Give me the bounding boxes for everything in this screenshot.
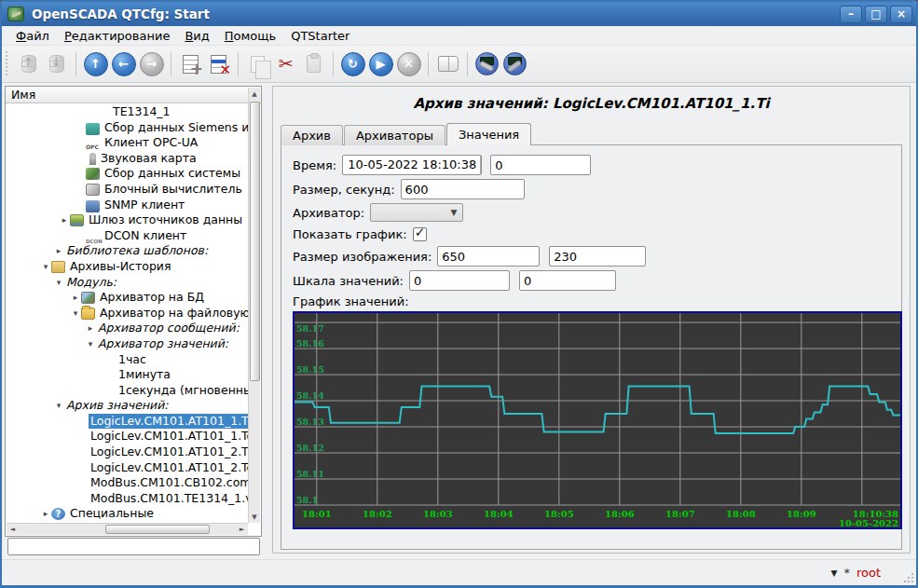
close-button[interactable]: × — [890, 6, 912, 23]
tab-panel-values: Время: 10-05-2022 18:10:38 ▼ Размер, сек… — [281, 144, 902, 550]
page-title: Архив значений: LogicLev.CM101.AT101_1.T… — [273, 95, 910, 116]
delete-item-icon[interactable]: ✕ — [206, 51, 231, 76]
tree-horizontal-scrollbar[interactable]: ◄ ► — [7, 523, 248, 535]
scale-min-input[interactable] — [409, 270, 510, 291]
tree-item[interactable]: ▸Архиватор сообщений: — [7, 321, 248, 336]
expanded-arrow-icon[interactable]: ▾ — [53, 275, 64, 291]
tab-archivers[interactable]: Архиваторы — [344, 125, 445, 145]
tree-item[interactable]: ▾Модуль: — [7, 275, 248, 291]
time-extra-input[interactable] — [490, 155, 591, 175]
size-seconds-input[interactable] — [401, 179, 525, 199]
maximize-button[interactable]: □ — [865, 6, 887, 23]
tree-item[interactable]: ▾Архив значений: — [7, 398, 248, 414]
save-to-db-icon: ↓ — [44, 51, 69, 76]
minimize-button[interactable]: – — [840, 6, 862, 23]
menu-bar: ФайлРедактированиеВидПомощьQTStarter — [2, 26, 916, 46]
show-graph-checkbox[interactable]: ✓ — [413, 227, 427, 241]
tree-item[interactable]: Клиент OPC-UA — [7, 135, 248, 151]
tree-item-label: DCON клиент — [103, 228, 188, 244]
qtstarter-qtcfg-icon[interactable] — [474, 51, 500, 76]
tree-item[interactable]: ▾Архивы-История — [7, 259, 248, 275]
tab-values[interactable]: Значения — [446, 123, 531, 145]
manual-icon[interactable] — [435, 51, 460, 76]
tab-archive[interactable]: Архив — [281, 125, 343, 145]
tree-search-input[interactable] — [7, 538, 260, 555]
collapsed-arrow-icon[interactable]: ▸ — [53, 243, 64, 259]
svg-text:58.17: 58.17 — [296, 323, 324, 334]
forward-icon[interactable]: → — [139, 51, 164, 76]
collapsed-arrow-icon[interactable]: ▸ — [40, 506, 51, 522]
tree-header[interactable]: Имя — [6, 87, 261, 103]
tree-item[interactable]: Блочный вычислитель — [7, 182, 248, 198]
image-size-label: Размер изображения: — [293, 250, 432, 264]
tree-item[interactable]: LogicLev.CM101.AT101_2.Ti — [7, 444, 248, 460]
tree-item[interactable]: SNMP клиент — [7, 198, 248, 213]
title-bar[interactable]: OpenSCADA QTCfg: Start – □ × — [2, 2, 916, 26]
collapsed-arrow-icon[interactable]: ▸ — [70, 290, 81, 306]
menu-item-1[interactable]: Редактирование — [58, 27, 176, 45]
tree-item-selected[interactable]: LogicLev.CM101.AT101_1.Ti — [7, 414, 248, 430]
cut-icon[interactable]: ✂ — [273, 51, 298, 76]
expanded-arrow-icon[interactable]: ▾ — [53, 398, 64, 414]
tree-item[interactable]: ▸Специальные — [7, 506, 248, 522]
tree-item[interactable]: Звуковая карта — [7, 151, 248, 167]
tree-vertical-scrollbar[interactable]: ▲ ▼ — [248, 88, 260, 523]
tree-item[interactable]: ▾Архиватор на файловую — [7, 306, 248, 321]
tree-item[interactable]: ▸Библиотека шаблонов: — [7, 243, 248, 259]
snmp-icon — [86, 200, 100, 212]
expanded-arrow-icon[interactable]: ▾ — [70, 306, 81, 321]
qtstarter-vision-icon[interactable] — [502, 51, 528, 76]
up-level-icon[interactable]: ↑ — [83, 51, 108, 76]
collapsed-arrow-icon[interactable]: ▸ — [85, 321, 96, 336]
tree-item-label: LogicLev.CM101.AT101_1.Ti — [89, 414, 248, 430]
tree-item[interactable]: ModBus.CM101.TE1314_1.va — [7, 491, 248, 507]
show-graph-row: Показать график: ✓ — [293, 226, 901, 242]
archiver-select[interactable]: ▼ — [370, 203, 463, 222]
svg-text:18:02: 18:02 — [363, 509, 392, 519]
status-dropdown-icon[interactable]: ▼ — [831, 568, 838, 578]
tree-item[interactable]: 1минута — [7, 367, 248, 383]
status-user[interactable]: root — [856, 566, 881, 580]
vertical-scroll-thumb[interactable] — [250, 102, 260, 381]
tree-item[interactable]: 1секунда (мгновенные — [7, 383, 248, 399]
add-item-icon[interactable]: + — [178, 51, 203, 76]
tree-item[interactable]: DCON клиент — [7, 228, 248, 244]
tree-item[interactable]: 1час — [7, 352, 248, 368]
scroll-down-icon[interactable]: ▼ — [252, 511, 256, 523]
tree-item[interactable]: ModBus.CM101.CB102.com — [7, 475, 248, 491]
time-row: Время: 10-05-2022 18:10:38 ▼ — [293, 155, 901, 175]
tree-item[interactable]: TE1314_1 — [7, 104, 248, 120]
tree-item[interactable]: ▸Шлюз источников данны — [7, 212, 248, 228]
menu-item-2[interactable]: Вид — [178, 27, 215, 45]
toolbar-separator — [75, 52, 76, 76]
menu-item-4[interactable]: QTStarter — [284, 27, 356, 45]
tree-item[interactable]: ▾Архиватор значений: — [7, 336, 248, 352]
chevron-down-icon[interactable]: ▼ — [480, 156, 482, 174]
resize-grip[interactable] — [903, 572, 914, 583]
toolbar-handle[interactable] — [6, 51, 10, 77]
scroll-right-icon[interactable]: ► — [236, 526, 248, 533]
expanded-arrow-icon[interactable]: ▾ — [85, 336, 96, 352]
size-row: Размер, секунд: — [293, 179, 901, 199]
scroll-left-icon[interactable]: ◄ — [7, 526, 19, 533]
image-width-input[interactable] — [437, 246, 540, 267]
stop-icon[interactable]: ✕ — [396, 51, 421, 76]
time-combobox[interactable]: 10-05-2022 18:10:38 ▼ — [342, 155, 482, 175]
collapsed-arrow-icon[interactable]: ▸ — [59, 212, 70, 228]
image-height-input[interactable] — [549, 246, 646, 267]
back-icon[interactable]: ← — [111, 51, 136, 76]
tree-item[interactable]: Сбор данных системы — [7, 166, 248, 182]
menu-item-3[interactable]: Помощь — [218, 27, 282, 45]
tree-item[interactable]: LogicLev.CM101.AT101_1.To — [7, 429, 248, 444]
tree-item[interactable]: LogicLev.CM101.AT101_2.To — [7, 460, 248, 476]
tree-panel: Имя TE1314_1Сбор данных Siemens иКлиент … — [5, 86, 262, 537]
menu-item-0[interactable]: Файл — [9, 27, 56, 45]
start-icon[interactable]: ▶ — [368, 51, 393, 76]
scroll-up-icon[interactable]: ▲ — [252, 88, 256, 100]
scale-max-input[interactable] — [519, 270, 616, 291]
tree-item[interactable]: Сбор данных Siemens и — [7, 120, 248, 136]
expanded-arrow-icon[interactable]: ▾ — [40, 259, 51, 275]
reload-icon[interactable]: ↻ — [340, 51, 365, 76]
tree-item[interactable]: ▸Архиватор на БД — [7, 290, 248, 306]
horizontal-scroll-thumb[interactable] — [105, 525, 210, 534]
